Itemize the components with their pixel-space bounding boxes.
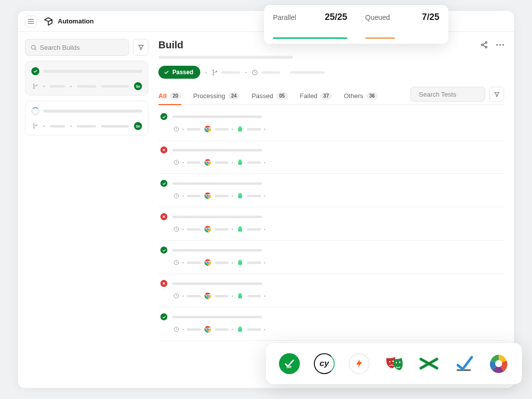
test-row[interactable] xyxy=(158,241,504,274)
framework-badge: Se xyxy=(134,122,142,130)
build-card[interactable]: Se xyxy=(25,101,148,135)
svg-point-44 xyxy=(239,227,240,228)
svg-point-43 xyxy=(207,228,209,230)
selenium-icon: Se xyxy=(279,353,300,374)
svg-point-2 xyxy=(33,88,34,89)
share-button[interactable] xyxy=(478,39,490,51)
tab-others[interactable]: Others36 xyxy=(344,87,378,105)
svg-point-71 xyxy=(399,362,400,363)
queued-label: Queued xyxy=(365,13,390,21)
appium-icon xyxy=(453,353,474,374)
build-title-skeleton xyxy=(43,110,142,113)
pass-status-icon xyxy=(160,313,167,320)
svg-point-14 xyxy=(213,74,214,75)
svg-point-70 xyxy=(396,362,397,364)
test-row[interactable] xyxy=(158,207,504,241)
svg-point-57 xyxy=(207,295,209,297)
chrome-icon xyxy=(204,192,212,200)
chrome-icon xyxy=(204,158,212,166)
hamburger-icon xyxy=(28,19,34,24)
test-list xyxy=(158,107,504,341)
svg-point-5 xyxy=(33,128,34,129)
tab-label: Passed xyxy=(252,92,273,100)
pass-status-icon xyxy=(160,247,167,254)
testcafe-icon xyxy=(418,353,439,374)
tab-count: 20 xyxy=(170,92,181,100)
clock-icon xyxy=(252,69,258,76)
test-title-skeleton xyxy=(172,216,262,218)
svg-point-36 xyxy=(207,195,209,197)
pass-status-icon xyxy=(160,113,167,120)
test-row[interactable] xyxy=(158,307,504,341)
tab-passed[interactable]: Passed05 xyxy=(252,87,288,105)
status-card: Parallel 25/25 Queued 7/25 xyxy=(264,5,448,44)
loading-status-icon xyxy=(31,107,39,115)
svg-point-51 xyxy=(239,261,240,261)
android-icon xyxy=(236,325,244,333)
test-row[interactable] xyxy=(158,274,504,307)
check-icon xyxy=(163,69,169,75)
app-title: Automation xyxy=(58,17,94,25)
svg-point-69 xyxy=(393,361,394,362)
branch-icon xyxy=(32,83,38,89)
queued-bar xyxy=(365,37,395,39)
svg-point-72 xyxy=(495,360,502,367)
svg-point-38 xyxy=(241,194,241,194)
search-icon xyxy=(30,44,37,51)
branch-icon xyxy=(212,69,218,76)
test-title-skeleton xyxy=(172,282,262,285)
chrome-icon xyxy=(204,125,212,133)
test-row[interactable] xyxy=(158,174,504,207)
svg-point-24 xyxy=(241,127,241,128)
test-row[interactable] xyxy=(158,107,504,140)
builds-search-input[interactable] xyxy=(40,44,124,51)
tab-label: Processing xyxy=(193,92,225,100)
clock-icon xyxy=(173,193,179,199)
test-row[interactable] xyxy=(158,140,504,174)
builds-search[interactable] xyxy=(25,39,129,56)
tests-filter-button[interactable] xyxy=(489,87,504,102)
lightning-icon xyxy=(349,353,370,374)
frameworks-card: Se cy xyxy=(266,343,522,384)
sidebar: Se Se xyxy=(18,32,155,388)
svg-point-13 xyxy=(213,70,214,71)
build-subtitle-skeleton xyxy=(158,56,293,59)
share-icon xyxy=(480,41,488,49)
tab-failed[interactable]: Failed37 xyxy=(300,87,332,105)
svg-point-58 xyxy=(239,294,240,294)
svg-point-11 xyxy=(499,44,501,45)
filter-icon xyxy=(494,91,500,98)
tab-label: Others xyxy=(344,92,363,100)
test-title-skeleton xyxy=(172,149,262,151)
chrome-icon xyxy=(204,292,212,300)
svg-point-4 xyxy=(33,124,34,125)
svg-point-45 xyxy=(241,227,241,228)
android-icon xyxy=(236,225,244,233)
colorwheel-icon xyxy=(488,353,509,374)
menu-button[interactable] xyxy=(25,15,37,27)
svg-point-12 xyxy=(502,44,504,45)
svg-point-0 xyxy=(31,45,35,49)
clock-icon xyxy=(173,126,179,132)
test-title-skeleton xyxy=(172,182,262,185)
svg-point-10 xyxy=(496,44,498,45)
build-card[interactable]: Se xyxy=(25,61,148,96)
android-icon xyxy=(236,192,244,200)
fail-status-icon xyxy=(160,213,167,220)
queued-value: 7/25 xyxy=(422,12,439,22)
tests-search[interactable] xyxy=(410,87,485,102)
svg-point-30 xyxy=(239,160,240,161)
android-icon xyxy=(236,158,244,166)
android-icon xyxy=(236,292,244,300)
test-title-skeleton xyxy=(172,116,262,118)
framework-badge: Se xyxy=(134,82,142,90)
svg-point-52 xyxy=(241,261,241,261)
svg-point-50 xyxy=(207,262,209,264)
tab-processing[interactable]: Processing24 xyxy=(193,87,240,105)
builds-filter-button[interactable] xyxy=(133,39,148,56)
build-meta-extra xyxy=(290,71,325,74)
tab-all[interactable]: All20 xyxy=(158,87,181,105)
tab-count: 37 xyxy=(320,92,332,100)
parallel-label: Parallel xyxy=(273,13,296,21)
more-button[interactable] xyxy=(496,44,504,46)
